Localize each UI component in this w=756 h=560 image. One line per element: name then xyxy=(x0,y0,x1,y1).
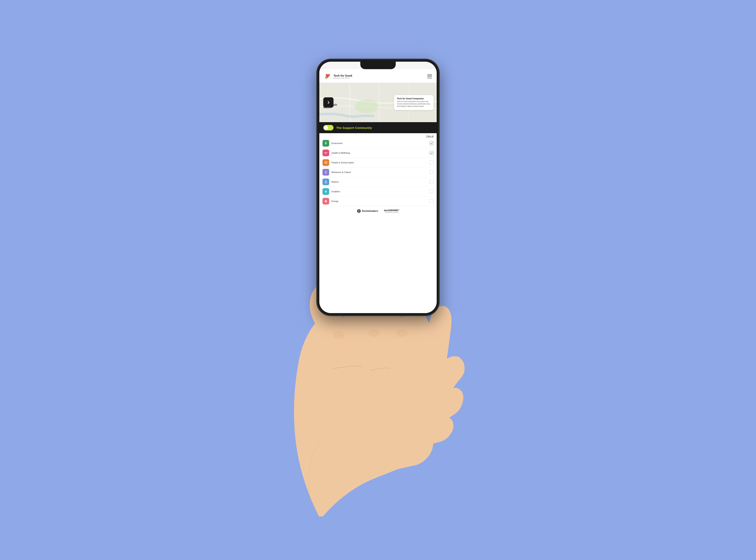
logo-text-area: Tech for Good BRISTOL AND BATH xyxy=(334,74,352,79)
health-icon xyxy=(322,149,329,156)
filter-checkbox-enablers[interactable] xyxy=(429,189,434,194)
lightbulb-icon xyxy=(324,171,328,174)
sponsor-rocketmakers: Rocketmakers xyxy=(357,209,378,213)
svg-point-12 xyxy=(358,211,359,212)
filter-checkbox-people[interactable] xyxy=(429,161,434,164)
filter-checkbox-energy[interactable] xyxy=(429,199,434,203)
svg-point-0 xyxy=(333,331,344,339)
hand-phone-container: Tech for Good BRISTOL AND BATH xyxy=(240,43,516,517)
cog-icon xyxy=(324,190,328,193)
svg-point-1 xyxy=(368,329,380,337)
filter-item-energy: Energy xyxy=(322,197,434,206)
notch xyxy=(360,62,396,69)
hamburger-line-2 xyxy=(427,76,432,77)
hamburger-menu-icon[interactable] xyxy=(427,75,432,78)
filter-name-people: People & Social impact xyxy=(332,161,429,164)
energy-icon xyxy=(322,198,329,204)
svg-point-6 xyxy=(325,162,326,163)
biotech-icon xyxy=(322,179,329,185)
hamburger-line-1 xyxy=(427,75,432,75)
arrow-right-icon xyxy=(327,100,330,104)
techspark-main-label: techSPARK* xyxy=(384,209,399,212)
environment-icon xyxy=(322,140,329,146)
filter-name-environment: Enviroment xyxy=(332,142,429,144)
phone-frame: Tech for Good BRISTOL AND BATH xyxy=(317,59,439,316)
clear-all-button[interactable]: Clear all xyxy=(426,135,434,137)
behaviour-icon xyxy=(322,169,329,176)
info-card-description: Tech for Good companies are product and … xyxy=(397,100,431,107)
checkmark-icon-health xyxy=(430,152,433,154)
hamburger-line-3 xyxy=(427,78,432,78)
info-card: Tech for Good Companies Tech for Good co… xyxy=(394,95,434,110)
background: Tech for Good BRISTOL AND BATH xyxy=(0,0,756,560)
info-card-title: Tech for Good Companies xyxy=(397,97,431,100)
toggle-bar: The Support Community xyxy=(319,122,437,133)
toggle-label: The Support Community xyxy=(336,126,372,129)
svg-point-4 xyxy=(326,77,328,78)
toggle-switch[interactable] xyxy=(323,125,334,131)
footer-sponsors: Rocketmakers techSPARK* All things tech … xyxy=(319,206,437,216)
heartbeat-icon xyxy=(324,151,328,155)
svg-point-7 xyxy=(326,162,327,163)
app-title: Tech for Good xyxy=(334,74,352,77)
people-icon xyxy=(322,159,329,166)
filter-item-environment: Enviroment xyxy=(322,139,434,148)
filter-name-energy: Energy xyxy=(332,200,429,202)
filter-item-enablers: Enablers xyxy=(322,187,434,197)
map-area: WALCO Bath Tech for Good Companies Tech … xyxy=(319,83,437,122)
svg-point-5 xyxy=(355,100,378,113)
filter-checkbox-behaviour[interactable] xyxy=(429,170,434,174)
phone-screen: Tech for Good BRISTOL AND BATH xyxy=(319,69,437,313)
filter-name-biotech: Biotech xyxy=(332,181,429,183)
techspark-sub-label: All things tech in the west xyxy=(384,212,399,213)
filter-item-biotech: Biotech xyxy=(322,177,434,187)
filter-item-behaviour: Behaviour & Culture xyxy=(322,167,434,177)
checkmark-icon xyxy=(430,142,433,145)
arrow-button[interactable] xyxy=(323,97,334,107)
svg-point-2 xyxy=(396,329,407,337)
enablers-icon xyxy=(322,188,329,195)
flame-icon xyxy=(324,199,328,203)
app-logo-icon xyxy=(324,73,332,80)
flask-icon xyxy=(324,180,328,184)
clear-all-row: Clear all xyxy=(322,133,434,139)
rocketmakers-icon xyxy=(357,209,361,213)
app-header: Tech for Good BRISTOL AND BATH xyxy=(319,69,437,83)
techspark-text-area: techSPARK* All things tech in the west xyxy=(384,209,399,213)
sponsor-techspark: techSPARK* All things tech in the west xyxy=(384,209,399,213)
people-social-icon xyxy=(324,161,328,164)
app-subtitle: BRISTOL AND BATH xyxy=(334,77,352,79)
svg-point-8 xyxy=(326,182,326,183)
filter-item-health: Health & Wellbeing xyxy=(322,148,434,158)
filter-name-behaviour: Behaviour & Culture xyxy=(332,171,429,174)
toggle-knob xyxy=(324,126,328,129)
tree-icon xyxy=(324,141,328,145)
filter-item-people: People & Social impact xyxy=(322,158,434,167)
logo-area: Tech for Good BRISTOL AND BATH xyxy=(324,73,352,80)
filter-section: Clear all Enviroment xyxy=(319,133,437,206)
svg-point-10 xyxy=(325,191,326,192)
filter-name-health: Health & Wellbeing xyxy=(332,152,429,154)
filter-checkbox-biotech[interactable] xyxy=(429,180,434,184)
rocketmakers-name: Rocketmakers xyxy=(362,209,378,213)
filter-checkbox-environment[interactable] xyxy=(429,141,434,145)
filter-checkbox-health[interactable] xyxy=(429,151,434,155)
filter-name-enablers: Enablers xyxy=(332,191,429,193)
phone-inner: Tech for Good BRISTOL AND BATH xyxy=(319,62,437,313)
